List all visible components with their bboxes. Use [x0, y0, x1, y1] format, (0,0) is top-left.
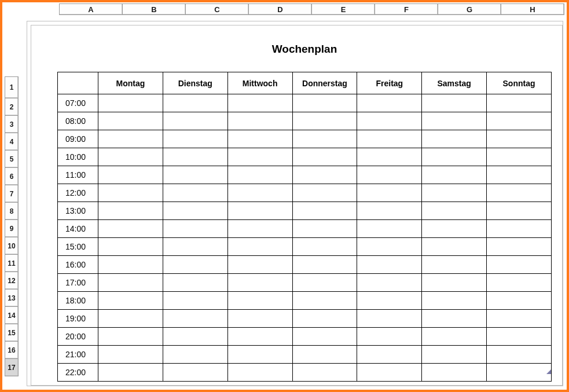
plan-cell[interactable]: [292, 292, 357, 310]
plan-cell[interactable]: [227, 94, 292, 112]
plan-cell[interactable]: [292, 256, 357, 274]
plan-cell[interactable]: [98, 328, 163, 346]
plan-cell[interactable]: [422, 328, 487, 346]
day-header[interactable]: Donnerstag: [292, 72, 357, 94]
plan-cell[interactable]: [163, 148, 227, 166]
time-cell[interactable]: 20:00: [58, 328, 98, 346]
plan-cell[interactable]: [357, 130, 422, 148]
plan-cell[interactable]: [422, 292, 487, 310]
plan-cell[interactable]: [487, 184, 552, 202]
plan-cell[interactable]: [487, 220, 552, 238]
plan-cell[interactable]: [98, 274, 163, 292]
plan-cell[interactable]: [422, 166, 487, 184]
plan-cell[interactable]: [357, 346, 422, 364]
plan-cell[interactable]: [357, 166, 422, 184]
day-header[interactable]: Sonntag: [487, 72, 552, 94]
time-cell[interactable]: 13:00: [58, 202, 98, 220]
plan-cell[interactable]: [98, 346, 163, 364]
column-header[interactable]: E: [311, 3, 375, 15]
column-header[interactable]: B: [122, 3, 186, 15]
day-header[interactable]: Montag: [98, 72, 163, 94]
plan-cell[interactable]: [357, 256, 422, 274]
plan-cell[interactable]: [227, 238, 292, 256]
plan-cell[interactable]: [227, 112, 292, 130]
plan-cell[interactable]: [98, 148, 163, 166]
column-header[interactable]: D: [248, 3, 312, 15]
day-header[interactable]: Mittwoch: [227, 72, 292, 94]
plan-cell[interactable]: [163, 310, 227, 328]
plan-cell[interactable]: [98, 256, 163, 274]
plan-cell[interactable]: [487, 364, 552, 382]
plan-cell[interactable]: [292, 238, 357, 256]
plan-cell[interactable]: [163, 202, 227, 220]
column-header[interactable]: G: [438, 3, 501, 15]
plan-cell[interactable]: [357, 292, 422, 310]
time-cell[interactable]: 16:00: [58, 256, 98, 274]
plan-cell[interactable]: [422, 238, 487, 256]
row-header[interactable]: 11: [5, 254, 19, 272]
plan-cell[interactable]: [422, 364, 487, 382]
time-cell[interactable]: 08:00: [58, 112, 98, 130]
plan-cell[interactable]: [422, 184, 487, 202]
row-header[interactable]: 4: [5, 133, 19, 151]
plan-cell[interactable]: [357, 310, 422, 328]
row-header[interactable]: 7: [5, 185, 19, 203]
plan-cell[interactable]: [357, 328, 422, 346]
plan-cell[interactable]: [487, 202, 552, 220]
plan-cell[interactable]: [487, 112, 552, 130]
plan-cell[interactable]: [357, 238, 422, 256]
plan-cell[interactable]: [422, 274, 487, 292]
plan-cell[interactable]: [487, 238, 552, 256]
row-header[interactable]: 8: [5, 202, 19, 220]
row-header[interactable]: 5: [5, 150, 19, 168]
plan-cell[interactable]: [163, 292, 227, 310]
plan-cell[interactable]: [227, 328, 292, 346]
row-header[interactable]: 16: [5, 341, 19, 359]
time-cell[interactable]: 12:00: [58, 184, 98, 202]
plan-cell[interactable]: [163, 94, 227, 112]
plan-cell[interactable]: [98, 292, 163, 310]
row-header[interactable]: 1: [5, 76, 19, 98]
plan-cell[interactable]: [487, 256, 552, 274]
plan-cell[interactable]: [227, 256, 292, 274]
time-cell[interactable]: 18:00: [58, 292, 98, 310]
plan-cell[interactable]: [163, 364, 227, 382]
time-cell[interactable]: 09:00: [58, 130, 98, 148]
plan-cell[interactable]: [292, 310, 357, 328]
plan-cell[interactable]: [163, 166, 227, 184]
plan-cell[interactable]: [422, 220, 487, 238]
plan-cell[interactable]: [98, 220, 163, 238]
plan-cell[interactable]: [163, 274, 227, 292]
time-cell[interactable]: 11:00: [58, 166, 98, 184]
table-corner-cell[interactable]: [58, 72, 98, 94]
plan-cell[interactable]: [422, 148, 487, 166]
row-header[interactable]: 15: [5, 324, 19, 342]
plan-cell[interactable]: [163, 220, 227, 238]
plan-cell[interactable]: [357, 202, 422, 220]
plan-cell[interactable]: [227, 274, 292, 292]
plan-cell[interactable]: [227, 130, 292, 148]
plan-cell[interactable]: [422, 202, 487, 220]
plan-cell[interactable]: [292, 328, 357, 346]
plan-cell[interactable]: [487, 148, 552, 166]
plan-cell[interactable]: [487, 292, 552, 310]
plan-cell[interactable]: [292, 202, 357, 220]
plan-cell[interactable]: [227, 346, 292, 364]
time-cell[interactable]: 14:00: [58, 220, 98, 238]
plan-cell[interactable]: [227, 310, 292, 328]
plan-cell[interactable]: [487, 328, 552, 346]
plan-cell[interactable]: [292, 220, 357, 238]
plan-cell[interactable]: [292, 130, 357, 148]
plan-cell[interactable]: [227, 220, 292, 238]
plan-cell[interactable]: [292, 364, 357, 382]
plan-cell[interactable]: [227, 202, 292, 220]
row-header-selected[interactable]: 17: [5, 358, 19, 376]
row-header[interactable]: 10: [5, 237, 19, 255]
plan-cell[interactable]: [357, 148, 422, 166]
time-cell[interactable]: 17:00: [58, 274, 98, 292]
plan-cell[interactable]: [227, 148, 292, 166]
plan-cell[interactable]: [292, 94, 357, 112]
plan-cell[interactable]: [163, 184, 227, 202]
day-header[interactable]: Samstag: [422, 72, 487, 94]
plan-cell[interactable]: [487, 130, 552, 148]
